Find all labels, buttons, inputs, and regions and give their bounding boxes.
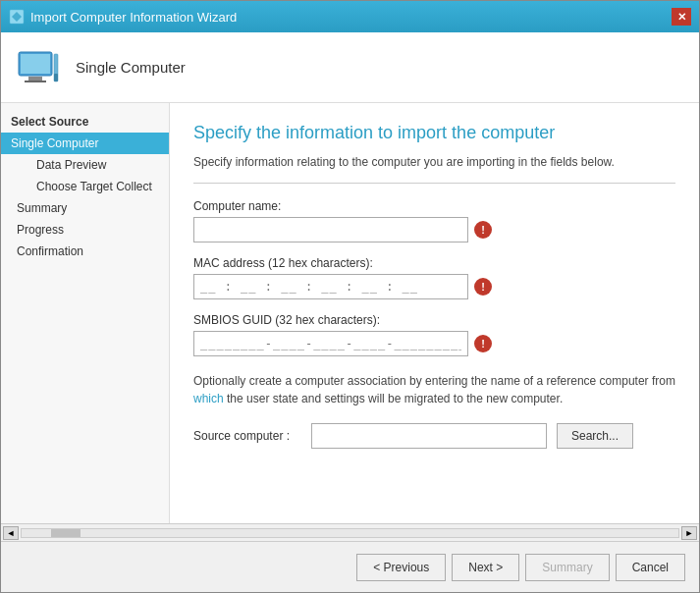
computer-icon [15, 44, 62, 91]
svg-rect-6 [54, 74, 58, 81]
sidebar: Select Source Single Computer Data Previ… [1, 103, 170, 523]
main-window: Import Computer Information Wizard ✕ Sin… [0, 0, 700, 593]
smbios-label: SMBIOS GUID (32 hex characters): [193, 313, 675, 327]
summary-button[interactable]: Summary [525, 554, 609, 581]
next-button[interactable]: Next > [452, 554, 519, 581]
smbios-error-icon: ! [474, 335, 492, 352]
computer-name-group: Computer name: ! [193, 199, 675, 243]
scroll-track[interactable] [21, 528, 679, 538]
sidebar-item-summary[interactable]: Summary [1, 197, 169, 219]
smbios-guid-group: SMBIOS GUID (32 hex characters): ! [193, 313, 675, 356]
mac-address-label: MAC address (12 hex characters): [193, 256, 675, 270]
previous-button[interactable]: < Previous [356, 554, 446, 581]
window-title: Import Computer Information Wizard [30, 10, 237, 25]
close-button[interactable]: ✕ [672, 8, 691, 26]
content-description: Specify information relating to the comp… [193, 155, 675, 184]
footer: < Previous Next > Summary Cancel [1, 541, 699, 592]
header-area: Single Computer [1, 32, 699, 103]
source-label: Source computer : [193, 429, 301, 443]
sidebar-item-progress[interactable]: Progress [1, 219, 169, 241]
scroll-right-button[interactable]: ► [681, 526, 697, 540]
info-text: Optionally create a computer association… [193, 372, 675, 407]
sidebar-item-single-computer[interactable]: Single Computer [1, 133, 169, 154]
content-panel: Specify the information to import the co… [170, 103, 699, 523]
scroll-thumb[interactable] [51, 529, 81, 537]
scrollbar-area: ◄ ► [1, 523, 699, 541]
search-button[interactable]: Search... [557, 423, 633, 449]
title-bar: Import Computer Information Wizard ✕ [1, 1, 699, 32]
svg-rect-2 [21, 54, 50, 74]
sidebar-item-confirmation[interactable]: Confirmation [1, 241, 169, 262]
main-content: Select Source Single Computer Data Previ… [1, 103, 699, 523]
computer-name-label: Computer name: [193, 199, 675, 213]
source-computer-row: Source computer : Search... [193, 423, 675, 449]
wizard-icon [9, 9, 25, 25]
sidebar-item-data-preview[interactable]: Data Preview [1, 154, 169, 176]
mac-address-input-row: ! [193, 274, 675, 299]
source-computer-input[interactable] [311, 423, 547, 449]
content-heading: Specify the information to import the co… [193, 123, 675, 143]
computer-name-input-row: ! [193, 217, 675, 243]
title-bar-left: Import Computer Information Wizard [9, 9, 237, 25]
mac-error-icon: ! [474, 278, 492, 296]
mac-address-input[interactable] [193, 274, 468, 299]
header-title: Single Computer [76, 59, 186, 76]
cancel-button[interactable]: Cancel [616, 554, 685, 581]
svg-rect-3 [28, 77, 42, 81]
sidebar-section-select-source: Select Source [1, 111, 169, 133]
mac-address-group: MAC address (12 hex characters): ! [193, 256, 675, 299]
computer-name-error-icon: ! [474, 221, 492, 239]
scroll-left-button[interactable]: ◄ [3, 526, 19, 540]
sidebar-item-choose-target[interactable]: Choose Target Collect [1, 176, 169, 197]
svg-rect-4 [25, 81, 46, 82]
smbios-input-row: ! [193, 331, 675, 356]
smbios-guid-input[interactable] [193, 331, 468, 356]
computer-name-input[interactable] [193, 217, 468, 243]
